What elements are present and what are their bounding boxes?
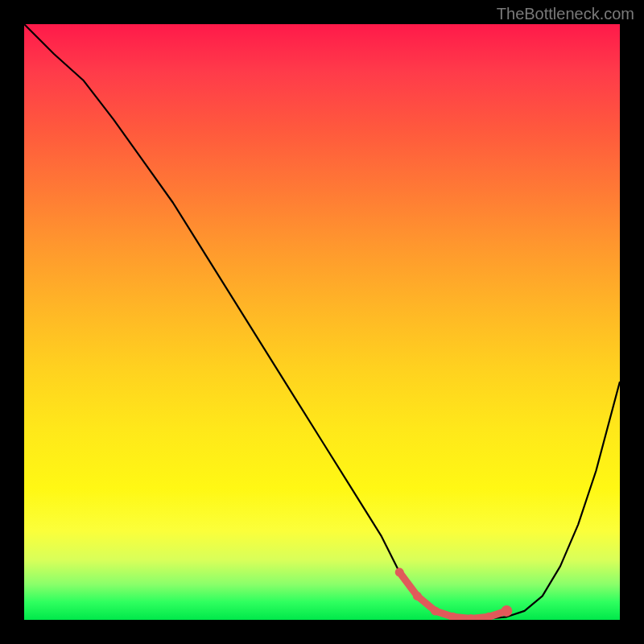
optimal-segment-dot [395,568,404,576]
attribution-text: TheBottleneck.com [497,5,634,23]
curve-path [24,24,620,619]
optimal-segment-dot [413,592,422,601]
optimal-segment-end-dot [501,605,512,617]
optimal-segment-dot [431,606,440,615]
chart-plot-area [24,24,620,620]
bottleneck-curve [24,24,620,620]
